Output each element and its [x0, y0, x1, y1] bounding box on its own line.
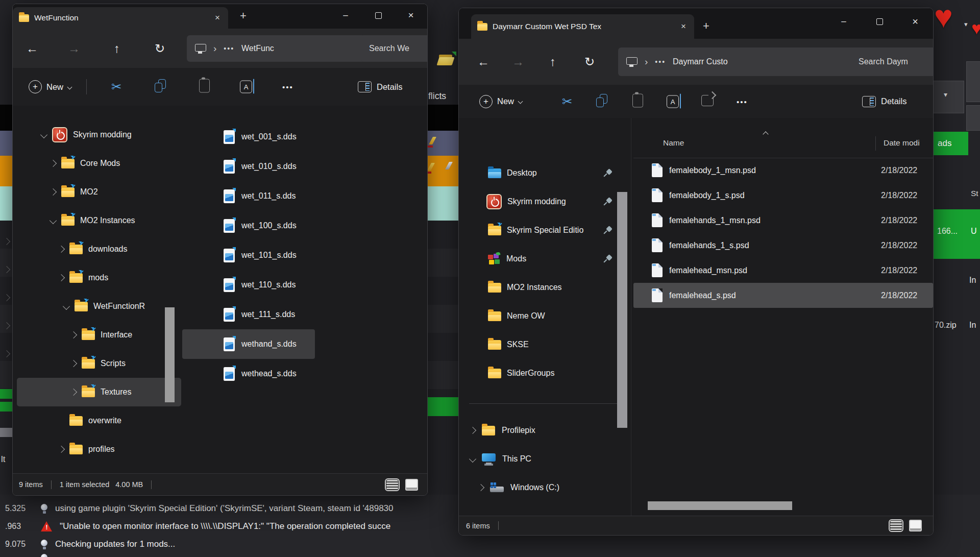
- search-input[interactable]: Search Daym: [850, 47, 934, 76]
- close-button[interactable]: ×: [395, 4, 427, 27]
- file-row[interactable]: femalebody_1_s.psd 2/18/2022: [633, 183, 933, 208]
- maximize-button[interactable]: [362, 4, 395, 27]
- thumbnail-view-button[interactable]: [405, 479, 418, 491]
- sidebar-item-windows-c[interactable]: Windows (C:): [463, 473, 631, 502]
- sidebar-item-slidergroups[interactable]: SliderGroups: [463, 359, 631, 388]
- sidebar-item-skyrim-modding[interactable]: Skyrim modding: [463, 187, 631, 216]
- sidebar-item-textures[interactable]: Textures: [17, 378, 181, 406]
- up-button[interactable]: ↑: [107, 41, 127, 56]
- sidebar-item-mods[interactable]: mods: [17, 263, 181, 292]
- close-tab-icon[interactable]: ×: [679, 21, 688, 32]
- back-button[interactable]: ←: [22, 41, 42, 56]
- sidebar-item-interface[interactable]: Interface: [17, 321, 181, 349]
- rename-button[interactable]: A: [237, 81, 255, 93]
- sidebar-item-skyrim-special-edition[interactable]: Skyrim Special Editio: [463, 216, 631, 245]
- file-row-selected[interactable]: wethand_s.dds: [182, 329, 315, 359]
- chevron-right-icon[interactable]: [70, 389, 77, 396]
- this-pc-icon[interactable]: [626, 57, 638, 66]
- up-button[interactable]: ↑: [543, 55, 563, 69]
- chevron-right-icon[interactable]: [58, 446, 65, 453]
- sidebar-item-wetfunctionr[interactable]: WetFunctionR: [17, 292, 181, 321]
- sidebar-item-downloads[interactable]: downloads: [17, 235, 181, 263]
- breadcrumb-ellipsis[interactable]: •••: [224, 44, 234, 53]
- details-view-button[interactable]: [386, 480, 398, 490]
- breadcrumb-current[interactable]: WetFunc: [241, 44, 274, 53]
- status-column-header[interactable]: St: [971, 189, 978, 198]
- back-button[interactable]: ←: [473, 55, 494, 69]
- cut-button[interactable]: ✂: [108, 80, 125, 94]
- breadcrumb-ellipsis[interactable]: •••: [655, 58, 666, 66]
- refresh-button[interactable]: ↻: [150, 41, 170, 56]
- search-input[interactable]: Search We: [361, 35, 428, 62]
- refresh-button[interactable]: ↻: [579, 55, 600, 69]
- rename-button[interactable]: A: [664, 95, 681, 108]
- file-row[interactable]: wet_010_s.dds: [182, 152, 427, 181]
- share-button[interactable]: [699, 95, 716, 108]
- details-button[interactable]: Details: [862, 96, 906, 107]
- paste-button[interactable]: [629, 93, 646, 109]
- chevron-right-icon[interactable]: [477, 484, 484, 491]
- chevron-right-icon[interactable]: [50, 160, 57, 167]
- sidebar-item-this-pc[interactable]: This PC: [463, 445, 631, 473]
- chevron-down-icon[interactable]: [40, 131, 47, 138]
- horizontal-scrollbar[interactable]: [648, 501, 792, 510]
- background-button[interactable]: [966, 105, 980, 131]
- close-tab-icon[interactable]: ×: [213, 13, 222, 23]
- file-row-selected[interactable]: femalehead_s.psd 2/18/2022: [633, 283, 933, 308]
- background-button[interactable]: [966, 61, 980, 102]
- file-row[interactable]: femalehands_1_msn.psd 2/18/2022: [633, 208, 933, 233]
- this-pc-icon[interactable]: [195, 44, 206, 53]
- sidebar-item-skyrim-modding[interactable]: Skyrim modding: [17, 120, 181, 149]
- minimize-button[interactable]: –: [329, 4, 362, 27]
- file-row[interactable]: wet_111_s.dds: [182, 300, 427, 329]
- file-row[interactable]: wet_011_s.dds: [182, 181, 427, 211]
- sidebar-item-mo2[interactable]: MO2: [17, 178, 181, 206]
- details-button[interactable]: Details: [358, 81, 402, 92]
- address-bar[interactable]: › ••• Daymarr Custo: [618, 47, 862, 76]
- copy-button[interactable]: [152, 79, 169, 94]
- downloads-tab[interactable]: ads: [933, 132, 968, 155]
- tab-daymarr[interactable]: Daymarr Custom Wet PSD Tex ×: [471, 14, 694, 39]
- chevron-right-icon[interactable]: [58, 274, 65, 281]
- column-divider[interactable]: [875, 136, 876, 151]
- chevron-right-icon[interactable]: [58, 246, 65, 253]
- column-header-date[interactable]: Date modi: [884, 138, 920, 148]
- chevron-right-icon[interactable]: [469, 427, 476, 434]
- sidebar-item-profilepix[interactable]: Profilepix: [463, 416, 631, 445]
- sidebar-item-scripts[interactable]: Scripts: [17, 349, 181, 378]
- file-row[interactable]: wethead_s.dds: [182, 359, 427, 389]
- chevron-right-icon[interactable]: [70, 360, 77, 367]
- breadcrumb-current[interactable]: Daymarr Custo: [673, 57, 728, 66]
- background-dropdown[interactable]: ▾: [933, 81, 964, 113]
- new-tab-button[interactable]: +: [703, 19, 709, 33]
- address-bar[interactable]: › ••• WetFunc: [187, 35, 374, 62]
- new-tab-button[interactable]: +: [240, 9, 247, 22]
- file-row[interactable]: femalebody_1_msn.psd 2/18/2022: [633, 158, 933, 183]
- heart-dropdown-caret-icon[interactable]: ▾: [964, 20, 968, 28]
- maximize-button[interactable]: [862, 8, 897, 35]
- chevron-down-icon[interactable]: [63, 303, 70, 310]
- minimize-button[interactable]: –: [826, 8, 862, 35]
- sidebar-item-mods[interactable]: Mods: [463, 245, 631, 273]
- new-button[interactable]: + New: [479, 95, 522, 108]
- chevron-right-icon[interactable]: [70, 331, 77, 338]
- more-options-button[interactable]: •••: [733, 97, 751, 106]
- sidebar-item-skse[interactable]: SKSE: [463, 330, 631, 359]
- copy-button[interactable]: [593, 94, 610, 109]
- file-row[interactable]: wet_101_s.dds: [182, 240, 427, 270]
- column-header-name[interactable]: Name: [663, 138, 684, 148]
- sidebar-item-core-mods[interactable]: Core Mods: [17, 149, 181, 178]
- sidebar-item-neme-ow[interactable]: Neme OW: [463, 302, 631, 330]
- new-button[interactable]: + New: [29, 80, 71, 93]
- sidebar-item-desktop[interactable]: Desktop: [463, 159, 631, 187]
- chevron-down-icon[interactable]: [50, 217, 57, 224]
- details-view-button[interactable]: [890, 521, 902, 530]
- file-row[interactable]: femalehands_1_s.psd 2/18/2022: [633, 233, 933, 258]
- chevron-down-icon[interactable]: [469, 455, 476, 463]
- forward-button[interactable]: →: [64, 41, 84, 56]
- file-row[interactable]: wet_100_s.dds: [182, 211, 427, 240]
- close-button[interactable]: ×: [897, 8, 933, 35]
- paste-button[interactable]: [195, 79, 213, 95]
- file-row[interactable]: femalehead_msn.psd 2/18/2022: [633, 258, 933, 283]
- sidebar-item-mo2-instances[interactable]: MO2 Instances: [17, 206, 181, 235]
